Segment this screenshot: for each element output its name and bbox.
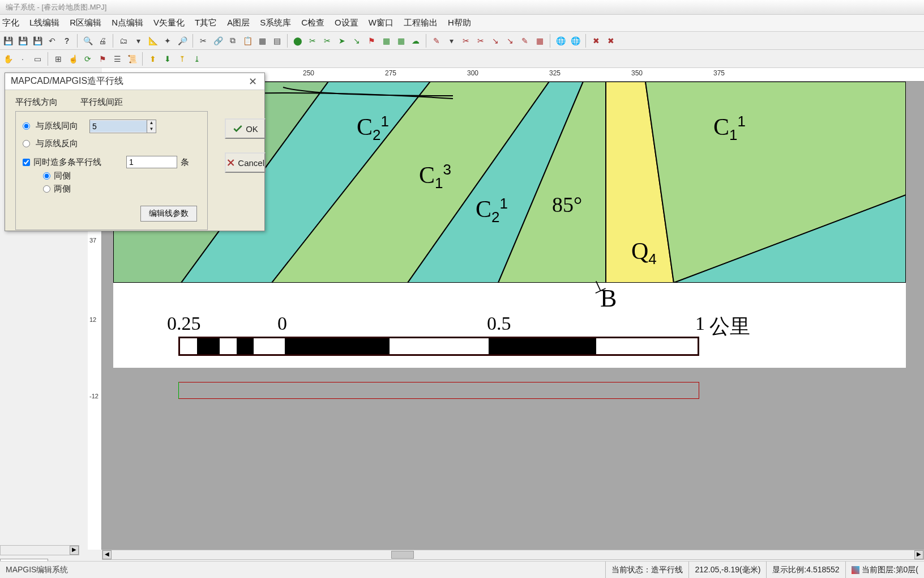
node-hand-icon[interactable]: ☝ [66,52,80,66]
label-c11: C11 [713,113,746,144]
canvas-hscrollbar[interactable]: ◀ ▶ [102,550,924,560]
menu-project-out[interactable]: 工程输出 [404,18,438,28]
toolbar-1: 💾 💾 💾 ↶ ? 🔍 🖨 🗂 ▾ 📐 ✦ 🔎 ✂ 🔗 ⧉ 📋 ▦ ▤ ⬤ ✂ … [0,32,924,50]
region-grid2-icon[interactable]: ▦ [394,34,408,48]
globe2-icon[interactable]: 🌐 [568,34,582,48]
menu-other[interactable]: T其它 [195,18,217,28]
scroll-right-icon[interactable]: ▶ [70,546,79,555]
scroll-left-icon[interactable]: ◀ [102,550,112,559]
radio-opposite-direction[interactable]: 与原线反向 [23,138,200,149]
spin-down-icon[interactable]: ▼ [147,126,156,133]
region-cut-icon[interactable]: ✂ [306,34,319,48]
menu-region[interactable]: R区编辑 [70,18,101,28]
arrow-bottom-icon[interactable]: ⤓ [190,52,204,66]
window-icon[interactable]: ▭ [31,52,44,66]
cancel-button[interactable]: Cancel [225,152,266,173]
radio-same-direction[interactable]: 与原线同向 [23,121,78,131]
radio-both-side[interactable]: 两侧 [43,184,200,194]
ok-button[interactable]: OK [225,118,266,139]
pen-icon[interactable]: ✎ [430,34,443,48]
menu-digitize[interactable]: 字化 [2,18,19,28]
menu-window[interactable]: W窗口 [369,18,393,28]
help-pointer-icon[interactable]: ? [60,34,74,48]
menu-settings[interactable]: O设置 [335,18,358,28]
count-input[interactable] [126,156,177,168]
menu-syslib[interactable]: S系统库 [260,18,291,28]
line2-icon[interactable]: ↘ [503,34,517,48]
spark-icon[interactable]: ✦ [161,34,174,48]
save-as-icon[interactable]: 💾 [16,34,29,48]
toolbar-2: ✋ · ▭ ⊞ ☝ ⟳ ⚑ ☰ 📜 ⬆ ⬇ ⤒ ⤓ [0,50,924,68]
status-app-name: MAPGIS编辑系统 [0,565,605,575]
cut-icon[interactable]: ✂ [196,34,210,48]
line4-icon[interactable]: ▦ [533,34,546,48]
cross2-icon[interactable]: ✖ [604,34,618,48]
find-icon[interactable]: 🔎 [176,34,189,48]
region-add-icon[interactable]: ⬤ [291,34,305,48]
region-flag-icon[interactable]: ⚑ [365,34,378,48]
undo-icon[interactable]: ↶ [45,34,59,48]
scroll-right2-icon[interactable]: ▶ [914,550,923,559]
scroll-icon[interactable]: 📜 [125,52,139,66]
scissors-red-icon[interactable]: ✂ [459,34,473,48]
layer-tool-icon[interactable]: 🗂 [117,34,130,48]
dropdown-icon[interactable]: ▾ [131,34,145,48]
refresh-icon[interactable]: ⟳ [81,52,95,66]
close-icon[interactable]: ✕ [246,75,259,88]
arrow-down-icon[interactable]: ⬇ [161,52,174,66]
arrow-up-icon[interactable]: ⬆ [146,52,160,66]
line1-icon[interactable]: ↘ [489,34,502,48]
list-icon[interactable]: ☰ [110,52,124,66]
radio-same-side[interactable]: 同侧 [43,171,200,181]
spin-up-icon[interactable]: ▲ [147,120,156,126]
flag2-icon[interactable]: ⚑ [96,52,109,66]
cross1-icon[interactable]: ✖ [589,34,603,48]
gap-input[interactable] [90,121,147,132]
menu-help[interactable]: H帮助 [448,18,471,28]
scissors2-icon[interactable]: ✂ [474,34,487,48]
label-angle: 85° [552,192,582,217]
count-unit: 条 [181,157,189,168]
region-split-icon[interactable]: ✂ [320,34,334,48]
menu-layer[interactable]: A图层 [227,18,250,28]
region-line-icon[interactable]: ↘ [350,34,363,48]
cloud-icon[interactable]: ☁ [409,34,422,48]
save-all-icon[interactable]: 💾 [31,34,44,48]
status-layer: 当前图层:第0层( [845,562,924,578]
point-icon[interactable]: · [16,52,29,66]
scroll-thumb[interactable] [391,551,414,559]
menu-point[interactable]: N点编辑 [112,18,143,28]
grid-icon[interactable]: ▦ [255,34,269,48]
line3-icon[interactable]: ✎ [518,34,532,48]
region-grid1-icon[interactable]: ▦ [379,34,393,48]
menu-line[interactable]: L线编辑 [29,18,59,28]
globe1-icon[interactable]: 🌐 [554,34,567,48]
print-icon[interactable]: 🖨 [96,34,109,48]
menu-vector[interactable]: V矢量化 [153,18,185,28]
menu-check[interactable]: C检查 [301,18,324,28]
hand-icon[interactable]: ✋ [1,52,15,66]
paste-icon[interactable]: 📋 [241,34,254,48]
arrow-top-icon[interactable]: ⤒ [176,52,189,66]
status-scale: 显示比例:4.518552 [766,562,845,578]
table-icon[interactable]: ▤ [270,34,284,48]
label-c21-left: C21 [357,113,389,144]
checkbox-multi[interactable]: 同时造多条平行线 [23,157,101,168]
dropdown2-icon[interactable]: ▾ [444,34,458,48]
dialog-groupbox: 与原线同向 ▲ ▼ 与原线反向 同时造多条平行线 [15,111,208,230]
node-icon[interactable]: ⊞ [52,52,65,66]
status-coord: 212.05,-8.19(毫米) [688,562,766,578]
start-marker [178,382,179,399]
preview-icon[interactable]: 🔍 [81,34,95,48]
label-c13: C13 [419,161,451,192]
gap-spinner[interactable]: ▲ ▼ [89,120,156,133]
save-icon[interactable]: 💾 [1,34,15,48]
measure-icon[interactable]: 📐 [146,34,160,48]
side-panel-scrollbar[interactable]: ▶ [0,545,79,555]
scale-bar: 0.25 0 0.5 1 公里 [178,337,699,356]
link-icon[interactable]: 🔗 [211,34,225,48]
edit-line-params-button[interactable]: 编辑线参数 [140,206,197,222]
region-arrow-icon[interactable]: ➤ [335,34,349,48]
layer-swatch-icon [852,566,859,574]
copy-icon[interactable]: ⧉ [226,34,239,48]
